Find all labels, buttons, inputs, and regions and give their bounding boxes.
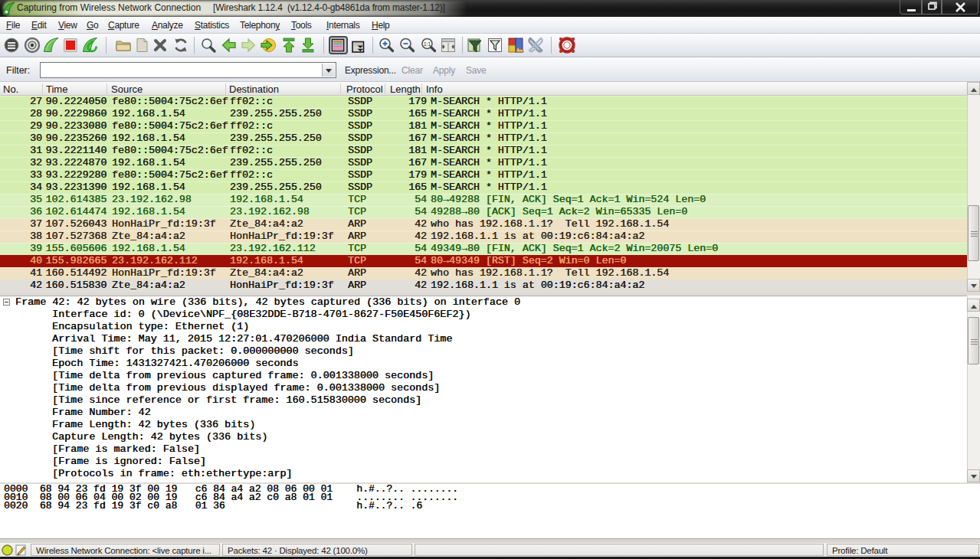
svg-text:1:1: 1:1 — [424, 41, 431, 47]
